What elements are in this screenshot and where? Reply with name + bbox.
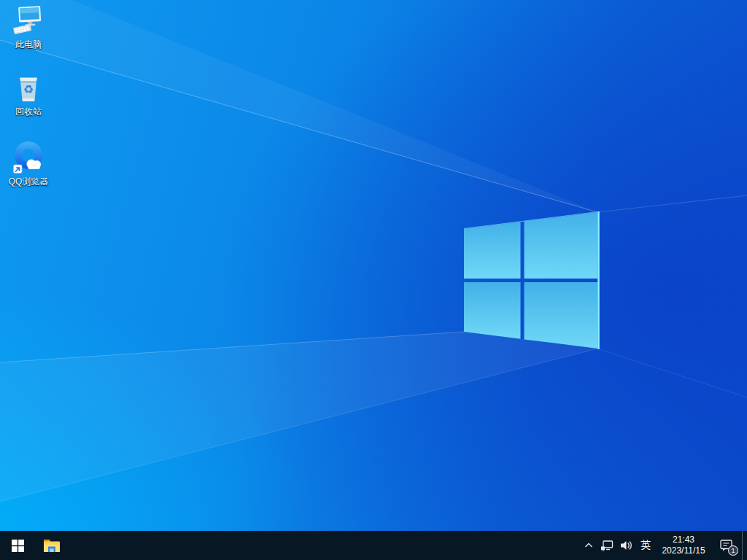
speaker-volume-icon (619, 538, 633, 553)
windows-logo-icon (12, 540, 24, 552)
language-label: 英 (640, 539, 651, 552)
start-button[interactable] (0, 531, 35, 560)
clock[interactable]: 21:43 2023/11/15 (656, 531, 711, 560)
qq-browser-icon (12, 140, 45, 175)
volume-button[interactable] (616, 531, 635, 560)
desktop-icon-label: 回收站 (15, 106, 42, 117)
show-desktop-button[interactable] (742, 531, 747, 560)
desktop-icon-this-pc[interactable]: 此电脑 (1, 4, 56, 67)
desktop: 此电脑 ♻ 回收站 QQ浏览器 (0, 0, 747, 531)
clock-time: 21:43 (673, 534, 694, 545)
desktop-icon-qq-browser[interactable]: QQ浏览器 (1, 140, 56, 203)
file-explorer-button[interactable] (35, 531, 69, 560)
computer-monitor-icon (12, 4, 44, 38)
tray-overflow-button[interactable] (580, 531, 597, 560)
wallpaper-windows-logo (0, 0, 747, 531)
action-center-button[interactable]: 1 (711, 531, 742, 560)
desktop-icon-label: 此电脑 (15, 39, 42, 50)
chevron-up-icon (583, 540, 595, 551)
network-ethernet-icon (600, 538, 614, 553)
svg-text:♻: ♻ (23, 82, 34, 96)
desktop-icon-label: QQ浏览器 (9, 176, 49, 187)
notification-badge: 1 (728, 545, 738, 556)
desktop-icon-recycle-bin[interactable]: ♻ 回收站 (1, 71, 56, 134)
network-button[interactable] (597, 531, 616, 560)
system-tray: 英 21:43 2023/11/15 1 (580, 531, 747, 560)
folder-icon (42, 537, 61, 553)
clock-date: 2023/11/15 (662, 545, 705, 556)
taskbar: 英 21:43 2023/11/15 1 (0, 531, 747, 560)
recycle-bin-icon: ♻ (14, 71, 43, 105)
language-indicator[interactable]: 英 (635, 531, 656, 560)
